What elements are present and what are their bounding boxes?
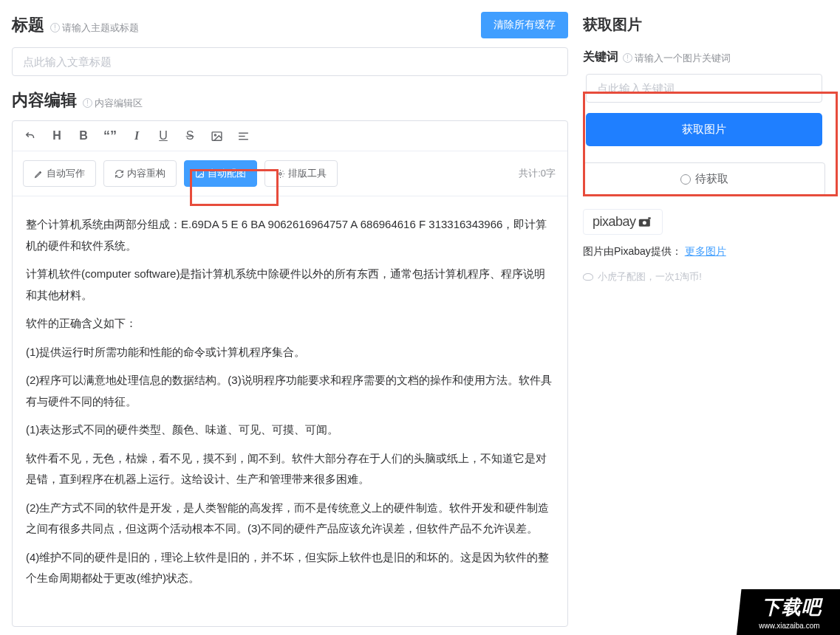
undo-icon[interactable] [23,128,38,143]
keyword-hint: ! 请输入一个图片关键词 [623,52,731,65]
tao-row: 小虎子配图，一次1淘币! [583,270,825,284]
italic-icon[interactable]: I [129,128,144,143]
paragraph: (4)维护不同的硬件是旧的，理论上软件是旧的，并不坏，但实际上软件也是旧的和坏的… [26,547,554,589]
bold-icon[interactable]: B [76,128,91,143]
svg-point-6 [279,172,281,174]
align-icon[interactable] [236,128,250,143]
underline-icon[interactable]: U [156,128,171,143]
pixabay-logo: pixabay [593,214,653,230]
svg-point-8 [642,221,646,224]
title-header: 标题 ! 请输入主题或标题 清除所有缓存 [12,12,568,38]
paragraph: (1)提供运行时所需功能和性能的命令或计算机程序集合。 [26,342,554,363]
heading-icon[interactable]: H [49,128,64,143]
clear-cache-button[interactable]: 清除所有缓存 [481,12,568,38]
editor-actions: 自动写作 内容重构 自动配图 排版工具 共计:0字 [13,151,567,196]
more-images-link[interactable]: 更多图片 [685,245,726,257]
title-hint: ! 请输入主题或标题 [50,21,139,35]
keyword-label: 关键词 [583,49,618,65]
content-hint: ! 内容编辑区 [83,97,143,110]
paragraph: 软件的正确含义如下： [26,313,554,334]
info-icon: ! [50,23,60,32]
paragraph: (2)生产方式不同的软件是开发，是人类智能的高发挥，而不是传统意义上的硬件制造。… [26,498,554,540]
info-icon: ! [83,98,92,108]
editor-box: H B “” I U S 自动写作 [12,120,568,627]
paragraph: 软件看不见，无色，枯燥，看不见，摸不到，闻不到。软件大部分存在于人们的头脑或纸上… [26,448,554,490]
paragraph: 整个计算机系统由两部分组成：E.69DA 5 E 6 BA 9062616964… [26,214,554,256]
cloud-icon [583,273,593,281]
pending-button[interactable]: 待获取 [583,162,825,196]
paragraph: (1)表达形式不同的硬件类型、颜色、味道、可见、可摸、可闻。 [26,419,554,441]
layout-tool-button[interactable]: 排版工具 [264,160,338,187]
svg-rect-9 [648,217,650,219]
quote-icon[interactable]: “” [103,128,117,143]
credit-row: 图片由Pixabay提供： 更多图片 [583,245,825,258]
svg-point-1 [214,134,216,136]
watermark: 下载吧 www.xiazaiba.com [737,589,840,635]
camera-icon [638,217,653,227]
editor-content[interactable]: 整个计算机系统由两部分组成：E.69DA 5 E 6 BA 9062616964… [13,196,567,626]
circle-icon [680,174,691,185]
keyword-input[interactable] [586,74,822,103]
image-icon[interactable] [209,128,224,143]
content-label: 内容编辑 [12,89,77,111]
auto-write-button[interactable]: 自动写作 [23,160,96,187]
word-count: 共计:0字 [519,167,556,180]
image-panel-title: 获取图片 [583,15,825,35]
auto-image-button[interactable]: 自动配图 [184,160,257,187]
info-icon: ! [623,53,632,63]
fetch-image-button[interactable]: 获取图片 [586,113,822,146]
title-label: 标题 [12,14,44,36]
editor-toolbar: H B “” I U S [13,121,567,151]
restructure-button[interactable]: 内容重构 [103,160,177,187]
pixabay-logo-box: pixabay [583,209,663,235]
strike-icon[interactable]: S [182,128,197,143]
title-input[interactable] [12,47,568,76]
paragraph: (2)程序可以满意地处理信息的数据结构。(3)说明程序功能要求和程序需要的文档的… [26,370,554,412]
paragraph: 计算机软件(computer software)是指计算机系统中除硬件以外的所有… [26,264,554,306]
